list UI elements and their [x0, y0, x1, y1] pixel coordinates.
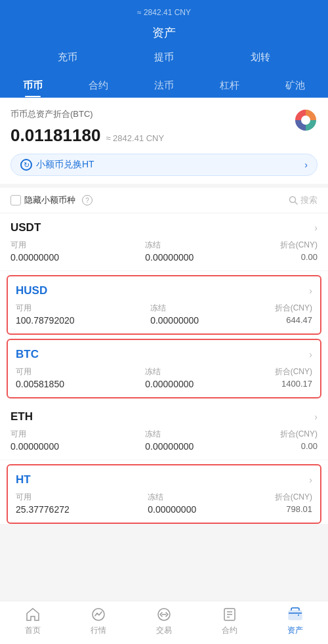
tab-gangan[interactable]: 杠杆	[197, 73, 262, 97]
btc-cny-col: 折合(CNY) 1400.17	[275, 366, 312, 389]
tab-fabi[interactable]: 法币	[131, 73, 197, 97]
nav-item-home[interactable]: 首页	[25, 607, 41, 636]
nav-item-market[interactable]: 行情	[91, 607, 106, 636]
asset-summary-cny-value: ≈ 2842.41 CNY	[106, 133, 164, 143]
home-icon	[25, 607, 41, 622]
asset-name-ht: HT	[16, 473, 31, 486]
ht-frozen-col: 冻结 0.00000000	[148, 492, 196, 515]
asset-chevron-usdt[interactable]: ›	[314, 223, 318, 233]
exchange-icon	[156, 607, 172, 622]
ht-cny-col: 折合(CNY) 798.01	[275, 492, 312, 515]
svg-line-3	[295, 202, 298, 205]
asset-name-eth: ETH	[10, 410, 33, 423]
tab-kuangchi[interactable]: 矿池	[262, 73, 328, 97]
hide-small-checkbox-wrap[interactable]: 隐藏小额币种	[10, 194, 75, 206]
exchange-icon: ↻	[20, 159, 32, 171]
svg-rect-10	[289, 611, 302, 620]
asset-list: USDT › 可用 0.00000000 冻结 0.00000000 折合(CN…	[0, 213, 328, 524]
eth-frozen-col: 冻结 0.00000000	[145, 429, 194, 452]
eth-cny-col: 折合(CNY) 0.00	[280, 429, 318, 452]
usdt-available-col: 可用 0.00000000	[10, 240, 59, 263]
exchange-chevron-icon: ›	[304, 160, 308, 170]
asset-name-btc: BTC	[16, 348, 39, 361]
main-tabs: 币币 合约 法币 杠杆 矿池	[0, 73, 328, 98]
asset-item-usdt: USDT › 可用 0.00000000 冻结 0.00000000 折合(CN…	[0, 213, 328, 271]
search-icon	[289, 196, 298, 205]
bottom-nav: 首页 行情 交易 合约 资产	[0, 601, 328, 644]
search-label: 搜索	[300, 194, 318, 206]
svg-point-1	[301, 116, 310, 125]
top-hint: ≈ 2842.41 CNY	[0, 8, 328, 20]
husd-cny-col: 折合(CNY) 644.47	[275, 303, 312, 326]
asset-chevron-ht[interactable]: ›	[309, 475, 312, 485]
pie-chart-icon	[294, 108, 318, 135]
action-huazhuan[interactable]: 划转	[251, 51, 270, 64]
nav-item-trade[interactable]: 交易	[156, 607, 172, 636]
usdt-cny-col: 折合(CNY) 0.00	[280, 240, 318, 263]
asset-item-btc: BTC › 可用 0.00581850 冻结 0.00000000 折合(CNY…	[7, 339, 321, 398]
usdt-frozen-col: 冻结 0.00000000	[145, 240, 194, 263]
asset-name-usdt: USDT	[10, 221, 41, 234]
husd-available-col: 可用 100.78792020	[16, 303, 75, 326]
action-tibi[interactable]: 提币	[154, 51, 174, 64]
page-title: 资产	[0, 20, 328, 45]
ht-available-col: 可用 25.37776272	[16, 492, 70, 515]
asset-item-husd: HUSD › 可用 100.78792020 冻结 0.00000000 折合(…	[7, 275, 321, 335]
asset-item-ht: HT › 可用 25.37776272 冻结 0.00000000 折合(CNY…	[7, 464, 321, 524]
wallet-icon	[287, 607, 303, 622]
asset-name-husd: HUSD	[16, 284, 47, 297]
asset-summary: 币币总资产折合(BTC) 0.01181180 ≈ 2842.41 CNY ↻ …	[0, 98, 328, 188]
btc-frozen-col: 冻结 0.00000000	[145, 366, 194, 389]
header-actions: 充币 提币 划转	[0, 45, 328, 73]
contract-icon	[222, 607, 237, 622]
header: ≈ 2842.41 CNY 资产 充币 提币 划转 币币 合约 法币 杠杆 矿池	[0, 0, 328, 98]
chart-icon	[91, 607, 106, 622]
husd-frozen-col: 冻结 0.00000000	[150, 303, 199, 326]
hide-small-label: 隐藏小额币种	[24, 194, 75, 206]
tab-heyue[interactable]: 合约	[66, 73, 131, 97]
search-wrap[interactable]: 搜索	[289, 194, 318, 206]
asset-summary-btc-value: 0.01181180	[10, 125, 100, 146]
asset-item-eth: ETH › 可用 0.00000000 冻结 0.00000000 折合(CNY…	[0, 402, 328, 460]
help-icon[interactable]: ?	[82, 195, 92, 205]
action-chongbi[interactable]: 充币	[58, 51, 77, 64]
filter-bar: 隐藏小额币种 ? 搜索	[0, 188, 328, 213]
tab-bibi[interactable]: 币币	[0, 73, 66, 97]
asset-chevron-eth[interactable]: ›	[314, 412, 318, 422]
nav-item-assets[interactable]: 资产	[287, 607, 303, 636]
hide-small-checkbox[interactable]	[10, 195, 21, 205]
nav-item-contract[interactable]: 合约	[222, 607, 237, 636]
exchange-btn-label: 小额币兑换HT	[36, 159, 94, 171]
exchange-ht-button[interactable]: ↻ 小额币兑换HT ›	[10, 154, 318, 176]
asset-chevron-btc[interactable]: ›	[309, 349, 312, 360]
btc-available-col: 可用 0.00581850	[16, 366, 64, 389]
asset-chevron-husd[interactable]: ›	[309, 286, 312, 296]
asset-summary-label: 币币总资产折合(BTC)	[10, 108, 164, 120]
eth-available-col: 可用 0.00000000	[10, 429, 59, 452]
